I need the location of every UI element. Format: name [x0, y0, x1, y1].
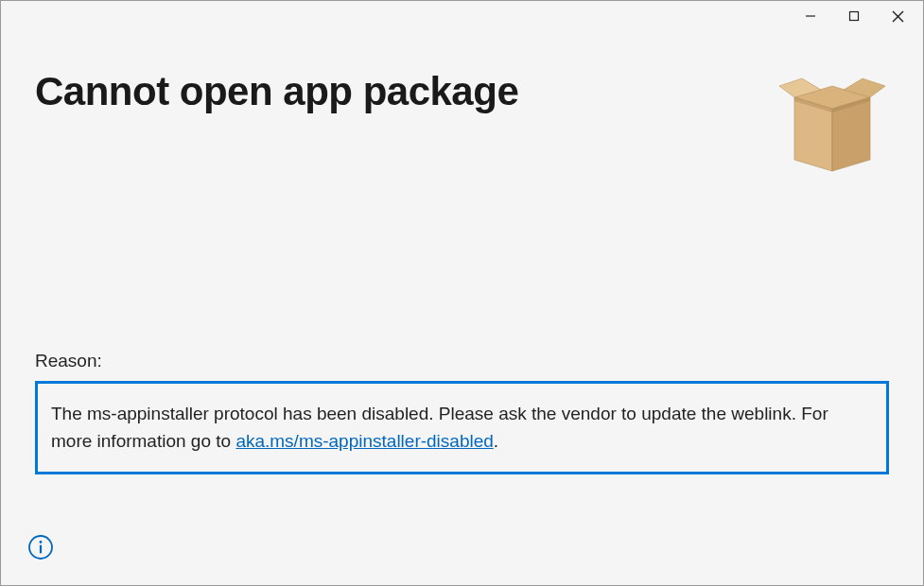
maximize-icon — [848, 10, 860, 22]
content-area: Cannot open app package — [1, 31, 923, 182]
reason-message-box: The ms-appinstaller protocol has been di… — [35, 381, 889, 474]
minimize-button[interactable] — [789, 2, 832, 30]
info-icon[interactable] — [27, 534, 54, 560]
maximize-button[interactable] — [832, 2, 876, 30]
titlebar — [1, 1, 923, 31]
svg-rect-13 — [40, 545, 42, 554]
close-icon — [892, 10, 904, 23]
reason-text-after: . — [494, 431, 498, 451]
package-box-icon — [776, 69, 889, 182]
minimize-icon — [805, 10, 816, 22]
page-title: Cannot open app package — [35, 69, 518, 114]
svg-point-12 — [40, 541, 43, 543]
reason-section: Reason: The ms-appinstaller protocol has… — [35, 351, 889, 474]
reason-label: Reason: — [35, 351, 889, 371]
svg-rect-1 — [850, 12, 859, 21]
reason-link[interactable]: aka.ms/ms-appinstaller-disabled — [235, 431, 493, 451]
heading-row: Cannot open app package — [35, 69, 889, 182]
close-button[interactable] — [876, 2, 919, 30]
